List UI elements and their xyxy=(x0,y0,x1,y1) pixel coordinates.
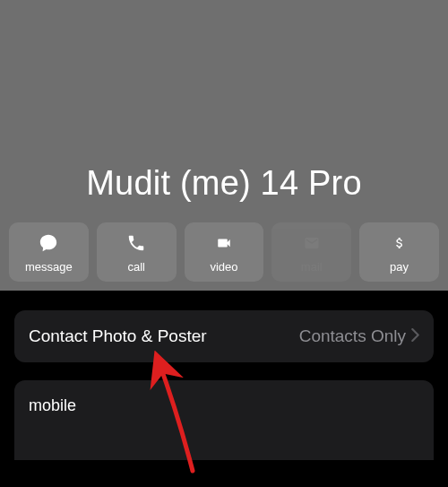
call-label: call xyxy=(127,260,145,274)
pay-button[interactable]: pay xyxy=(359,222,439,282)
video-label: video xyxy=(210,260,237,274)
contact-header: Mudit (me) 14 Pro message call video mai… xyxy=(0,0,448,291)
call-button[interactable]: call xyxy=(97,222,177,282)
row-label: Contact Photo & Poster xyxy=(29,326,207,346)
actions-row: message call video mail pay xyxy=(9,222,439,282)
mail-icon xyxy=(300,231,323,255)
message-button[interactable]: message xyxy=(9,222,89,282)
message-icon xyxy=(37,231,60,255)
video-button[interactable]: video xyxy=(185,222,264,282)
dollar-icon xyxy=(388,231,411,255)
mobile-row[interactable]: mobile xyxy=(14,380,434,460)
message-label: message xyxy=(25,260,73,274)
mail-label: mail xyxy=(301,260,323,274)
contact-name: Mudit (me) 14 Pro xyxy=(86,164,362,203)
pay-label: pay xyxy=(390,260,409,274)
mail-button: mail xyxy=(271,222,351,282)
mobile-label: mobile xyxy=(29,396,76,414)
contact-photo-poster-row[interactable]: Contact Photo & Poster Contacts Only xyxy=(14,310,434,362)
phone-icon xyxy=(125,231,148,255)
contact-body: Contact Photo & Poster Contacts Only mob… xyxy=(0,291,448,460)
row-right: Contacts Only xyxy=(299,326,419,346)
video-icon xyxy=(212,231,236,255)
chevron-right-icon xyxy=(411,328,419,345)
row-value: Contacts Only xyxy=(299,326,406,346)
